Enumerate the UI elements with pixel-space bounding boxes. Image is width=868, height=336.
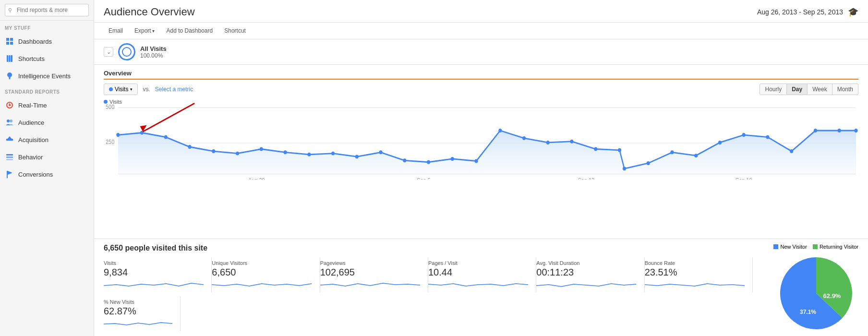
segment-percent: 100.00% [140,52,167,59]
legend-new-label: New Visitor [780,244,807,250]
sidebar-item-behavior[interactable]: Behavior [0,148,94,166]
overview-label: Overview [104,70,858,80]
stat-avg-duration: Avg. Visit Duration 00:11:23 [536,257,644,292]
svg-point-14 [7,120,10,122]
svg-point-37 [307,153,311,156]
svg-rect-6 [11,55,12,62]
svg-point-41 [403,158,406,162]
sidebar-item-shortcuts[interactable]: Shortcuts [0,50,94,67]
legend-new-visitor: New Visitor [773,244,807,250]
svg-rect-0 [6,38,9,41]
svg-point-32 [188,145,192,149]
bookmark-icon [5,54,14,63]
svg-point-43 [451,157,454,161]
stat-bounce-rate: Bounce Rate 23.51% [645,257,753,292]
pie-returning-pct-label: 37.1% [800,309,816,315]
stat-visits: Visits 9,834 [104,257,212,292]
sidebar-conversions-label: Conversions [18,171,53,178]
stat-dur-sparkline [536,280,636,289]
svg-rect-8 [9,77,11,78]
sidebar-search-area: ⚲ [0,0,94,21]
sidebar: ⚲ MY STUFF Dashboards Shortcuts [0,0,94,336]
stat-br-label: Bounce Rate [645,260,745,266]
svg-point-57 [766,135,769,139]
svg-marker-22 [8,171,12,175]
segment-toggle[interactable]: ⌄ [104,47,113,57]
pie-chart-container: New Visitor Returning Visitor [773,244,858,334]
segment-circle-icon [118,43,135,60]
time-btn-hourly[interactable]: Hourly [760,84,787,95]
select-metric-link[interactable]: Select a metric [155,86,193,93]
email-button[interactable]: Email [104,25,128,36]
svg-rect-2 [6,42,9,45]
sidebar-item-intelligence[interactable]: Intelligence Events [0,67,94,84]
acquisition-icon [5,135,14,144]
toolbar: Email Export Add to Dashboard Shortcut [94,23,868,39]
stat-nv-sparkline [104,319,172,328]
svg-text:Sep 19: Sep 19 [735,177,752,180]
sidebar-intelligence-label: Intelligence Events [18,72,71,80]
sidebar-item-acquisition[interactable]: Acquisition [0,131,94,148]
chart-controls: Visits ▾ vs. Select a metric Hourly Day … [104,84,858,95]
time-btn-month[interactable]: Month [832,84,858,95]
sidebar-item-conversions[interactable]: Conversions [0,166,94,183]
svg-point-38 [331,152,335,156]
sidebar-dashboards-label: Dashboards [18,38,52,45]
behavior-icon [5,152,14,162]
svg-point-48 [570,140,574,144]
svg-point-33 [212,149,215,153]
svg-point-35 [260,147,263,151]
search-icon: ⚲ [8,7,12,13]
svg-marker-17 [7,136,12,140]
pie-new-pct-label: 62.9% [823,292,841,300]
flag-icon [5,169,14,179]
svg-rect-1 [10,38,13,41]
svg-text:Aug 29: Aug 29 [248,177,265,180]
search-input[interactable] [5,4,89,16]
sidebar-realtime-label: Real-Time [18,102,47,109]
sidebar-item-realtime[interactable]: Real-Time [0,96,94,114]
svg-rect-5 [9,55,10,62]
svg-point-7 [7,72,12,77]
grid-icon [5,36,14,46]
standard-reports-label: STANDARD REPORTS [0,84,94,96]
time-btn-day[interactable]: Day [787,84,808,95]
sidebar-behavior-label: Behavior [18,154,43,161]
svg-rect-19 [6,156,13,158]
svg-point-44 [475,159,478,163]
overview-section: Overview Visits ▾ vs. Select a metric Ho… [94,65,868,239]
hat-icon: 🎓 [848,7,858,17]
svg-point-54 [694,154,698,157]
svg-point-51 [623,167,626,170]
stat-visits-label: Visits [104,260,204,266]
chart-left-controls: Visits ▾ vs. Select a metric [104,84,193,95]
time-btn-week[interactable]: Week [808,84,832,95]
svg-point-61 [855,129,858,132]
export-button[interactable]: Export [130,25,159,36]
chart-svg: 500 250 [104,98,858,180]
date-range: Aug 26, 2013 - Sep 25, 2013 [757,8,843,16]
sidebar-item-audience[interactable]: Audience [0,114,94,131]
legend-returning-dot [813,244,818,249]
svg-rect-4 [7,55,8,62]
shortcut-button[interactable]: Shortcut [219,25,251,36]
stat-pageviews: Pageviews 102,695 [320,257,428,292]
stat-dur-label: Avg. Visit Duration [536,260,636,266]
vs-text: vs. [143,86,150,93]
segment-row: ⌄ All Visits 100.00% [94,39,868,65]
stat-uv-label: Unique Visitors [212,260,312,266]
svg-point-56 [742,133,746,137]
segment-name: All Visits [140,45,167,52]
svg-point-15 [10,120,12,122]
svg-rect-18 [6,154,13,156]
add-to-dashboard-button[interactable]: Add to Dashboard [161,25,217,36]
pie-legend: New Visitor Returning Visitor [773,244,858,250]
page-title: Audience Overview [104,6,195,18]
svg-point-49 [594,147,597,151]
stat-pv-value: 102,695 [320,267,420,278]
sidebar-acquisition-label: Acquisition [18,136,48,144]
sidebar-item-dashboards[interactable]: Dashboards [0,33,94,50]
metric-visits-button[interactable]: Visits ▾ [104,84,138,95]
svg-point-46 [522,136,526,140]
stat-visits-sparkline [104,280,204,289]
